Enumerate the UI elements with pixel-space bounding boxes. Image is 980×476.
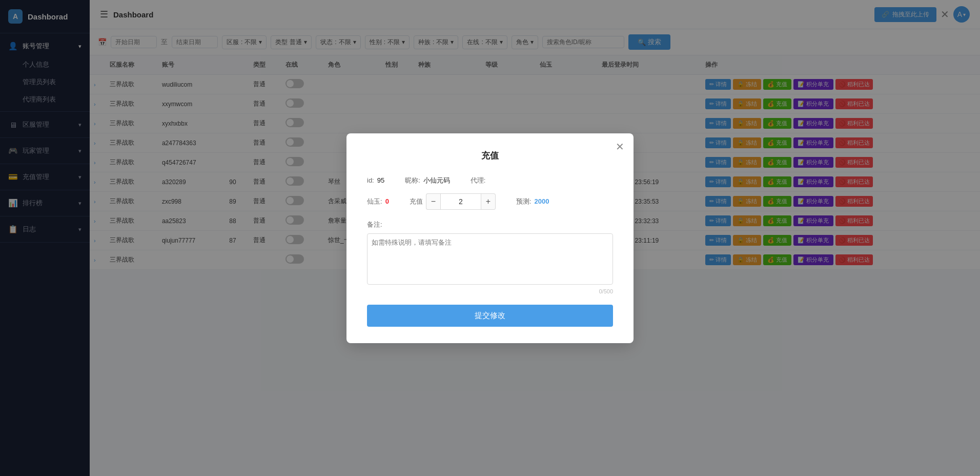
modal-char-count: 0/500 <box>367 288 613 294</box>
modal-xianyu-value: 0 <box>385 197 389 205</box>
recharge-stepper: − + <box>426 193 496 210</box>
modal-forecast-label: 预测: <box>516 197 532 206</box>
modal-submit-label: 提交修改 <box>475 311 505 320</box>
modal-id-value: 95 <box>377 176 384 184</box>
modal-xianyu-label: 仙玉: <box>367 197 382 206</box>
modal-forecast-item: 预测: 2000 <box>516 197 549 206</box>
modal-nickname-label: 昵称: <box>405 176 420 185</box>
recharge-increment-button[interactable]: + <box>481 193 496 210</box>
modal-nickname-value: 小仙元码 <box>423 176 450 185</box>
modal-nickname-item: 昵称: 小仙元码 <box>405 176 450 185</box>
recharge-input[interactable] <box>440 193 481 210</box>
modal-xianyu-row: 仙玉: 0 充值 − + 预测: 2000 <box>367 193 613 210</box>
modal-agent-label: 代理: <box>471 176 486 185</box>
modal-info-row-1: id: 95 昵称: 小仙元码 代理: <box>367 176 613 185</box>
modal-title: 充值 <box>367 150 613 162</box>
modal-note-textarea[interactable] <box>367 233 613 285</box>
modal-close-button[interactable]: ✕ <box>616 141 624 153</box>
modal-xianyu-item: 仙玉: 0 <box>367 197 389 206</box>
recharge-modal: 充值 ✕ id: 95 昵称: 小仙元码 代理: 仙玉: 0 充值 <box>346 133 634 343</box>
recharge-decrement-button[interactable]: − <box>426 193 440 210</box>
modal-id-label: id: <box>367 176 374 184</box>
modal-overlay: 充值 ✕ id: 95 昵称: 小仙元码 代理: 仙玉: 0 充值 <box>0 0 980 476</box>
modal-agent-item: 代理: <box>471 176 489 185</box>
modal-forecast-value: 2000 <box>534 197 549 205</box>
modal-submit-button[interactable]: 提交修改 <box>367 305 613 327</box>
modal-id-item: id: 95 <box>367 176 384 184</box>
modal-recharge-item: 充值 − + <box>410 193 496 210</box>
modal-note-section: 备注: 0/500 <box>367 220 613 294</box>
modal-note-label: 备注: <box>367 220 613 229</box>
modal-recharge-label: 充值 <box>410 197 423 206</box>
